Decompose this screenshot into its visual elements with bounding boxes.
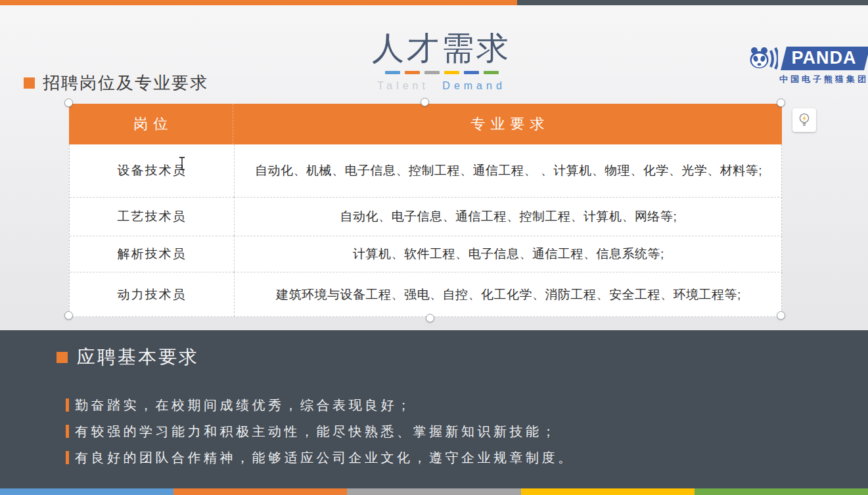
brand-plate: PANDA bbox=[781, 47, 868, 70]
title-dash bbox=[464, 71, 479, 74]
footer-bar-segment bbox=[695, 488, 868, 495]
table-cell-position[interactable]: 工艺技术员 bbox=[70, 197, 234, 236]
requirement-text: 有良好的团队合作精神，能够适应公司企业文化，遵守企业规章制度。 bbox=[75, 449, 574, 467]
presentation-slide: 招聘岗位及专业要求 人才需求 Talent Demand bbox=[0, 0, 868, 495]
selection-handle-top-center[interactable] bbox=[421, 98, 429, 106]
footer-bar-segment bbox=[0, 488, 173, 495]
text-cursor-icon bbox=[178, 156, 186, 173]
requirements-list: 勤奋踏实，在校期间成绩优秀，综合表现良好； 有较强的学习能力和积极主动性，能尽快… bbox=[66, 392, 574, 471]
table-cell-majors[interactable]: 计算机、软件工程、电子信息、通信工程、信息系统等; bbox=[234, 236, 783, 272]
orange-tick-icon bbox=[66, 451, 69, 464]
upper-section: 招聘岗位及专业要求 人才需求 Talent Demand bbox=[0, 5, 868, 330]
orange-square-bullet-icon bbox=[24, 77, 35, 89]
recruit-heading: 招聘岗位及专业要求 bbox=[24, 71, 208, 95]
top-accent-bar-progress bbox=[0, 0, 517, 5]
positions-table[interactable]: 岗位 专业要求 设备技术员 自动化、机械、电子信息、控制工程、通信工程、 、计算… bbox=[69, 104, 782, 317]
requirements-heading: 应聘基本要求 bbox=[57, 345, 199, 370]
orange-square-bullet-icon bbox=[57, 352, 68, 363]
selection-handle-bottom-left[interactable] bbox=[64, 311, 73, 320]
top-accent-bar bbox=[0, 0, 868, 5]
table-cell-position[interactable]: 动力技术员 bbox=[70, 272, 234, 316]
table-header-row: 岗位 专业要求 bbox=[69, 104, 782, 144]
footer-bar-segment bbox=[347, 488, 520, 495]
selection-handle-bottom-right[interactable] bbox=[777, 311, 785, 320]
recruit-heading-label: 招聘岗位及专业要求 bbox=[43, 72, 208, 95]
table-header-position[interactable]: 岗位 bbox=[69, 104, 233, 144]
selection-handle-bottom-center[interactable] bbox=[426, 314, 434, 322]
title-dash bbox=[385, 71, 400, 74]
subtitle-demand: Demand bbox=[442, 80, 505, 91]
title-dash bbox=[424, 71, 440, 74]
title-dashes bbox=[330, 71, 553, 74]
requirements-section: 应聘基本要求 勤奋踏实，在校期间成绩优秀，综合表现良好； 有较强的学习能力和积极… bbox=[0, 330, 868, 488]
table-cell-position[interactable]: 设备技术员 bbox=[70, 144, 234, 197]
footer-bar-segment bbox=[521, 488, 695, 495]
footer-bar-segment bbox=[173, 488, 347, 495]
orange-tick-icon bbox=[66, 425, 69, 438]
slide-subtitle: Talent Demand bbox=[330, 80, 553, 92]
title-dash bbox=[484, 71, 499, 74]
table-cell-position[interactable]: 解析技术员 bbox=[70, 236, 234, 272]
requirement-text: 勤奋踏实，在校期间成绩优秀，综合表现良好； bbox=[75, 397, 413, 414]
title-dash bbox=[444, 71, 459, 74]
list-item: 有良好的团队合作精神，能够适应公司企业文化，遵守企业规章制度。 bbox=[66, 444, 574, 471]
orange-tick-icon bbox=[66, 398, 69, 412]
list-item: 勤奋踏实，在校期间成绩优秀，综合表现良好； bbox=[66, 392, 574, 418]
footer-bars bbox=[0, 488, 868, 495]
design-ideas-button[interactable] bbox=[792, 108, 816, 132]
table-cell-majors[interactable]: 自动化、电子信息、通信工程、控制工程、计算机、网络等; bbox=[234, 197, 783, 236]
slide-title: 人才需求 bbox=[330, 30, 553, 66]
table-cell-majors[interactable]: 自动化、机械、电子信息、控制工程、通信工程、 、计算机、物理、化学、光学、材料等… bbox=[234, 144, 783, 197]
requirements-heading-label: 应聘基本要求 bbox=[77, 345, 199, 370]
subtitle-talent: Talent bbox=[377, 80, 429, 91]
logo-row: PANDA bbox=[748, 46, 868, 71]
selection-handle-top-left[interactable] bbox=[64, 98, 73, 107]
table-body: 设备技术员 自动化、机械、电子信息、控制工程、通信工程、 、计算机、物理、化学、… bbox=[69, 144, 782, 317]
table-cell-majors[interactable]: 建筑环境与设备工程、强电、自控、化工化学、消防工程、安全工程、环境工程等; bbox=[234, 272, 783, 316]
panda-icon bbox=[748, 46, 778, 71]
selection-handle-top-right[interactable] bbox=[777, 98, 785, 107]
slide-title-block: 人才需求 Talent Demand bbox=[330, 30, 553, 92]
lightbulb-icon bbox=[798, 112, 811, 128]
requirement-text: 有较强的学习能力和积极主动性，能尽快熟悉、掌握新知识新技能； bbox=[75, 423, 558, 441]
title-dash bbox=[405, 71, 420, 74]
list-item: 有较强的学习能力和积极主动性，能尽快熟悉、掌握新知识新技能； bbox=[66, 418, 574, 444]
brand-name: PANDA bbox=[792, 48, 857, 68]
company-name: 中国电子熊猫集团 bbox=[779, 74, 868, 85]
company-logo: PANDA 中国电子熊猫集团 bbox=[748, 46, 868, 85]
table-header-majors[interactable]: 专业要求 bbox=[233, 104, 782, 144]
